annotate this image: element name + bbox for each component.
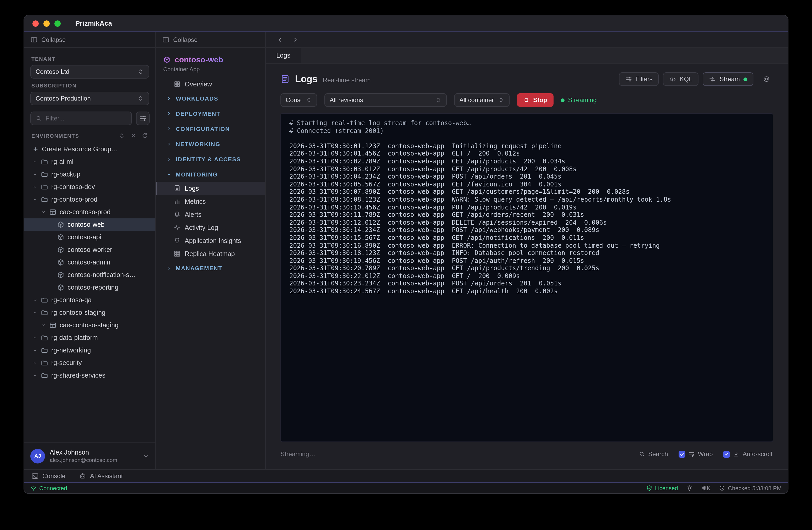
- resource-heading: contoso-web Container App: [156, 48, 265, 78]
- license-status: Licensed: [646, 485, 678, 491]
- folder-icon: [41, 196, 48, 203]
- resource-nav: WORKLOADSDEPLOYMENTCONFIGURATIONNETWORKI…: [156, 90, 265, 276]
- section-monitoring[interactable]: MONITORING: [156, 167, 265, 182]
- close-window-button[interactable]: [32, 20, 39, 26]
- refresh-environments-button[interactable]: [142, 132, 148, 139]
- log-console[interactable]: # Starting real-time log stream for cont…: [280, 113, 773, 442]
- tree-item-rg-shared-services[interactable]: rg-shared-services: [24, 369, 155, 382]
- command-palette-shortcut[interactable]: ⌘K: [701, 485, 711, 491]
- filter-row: [30, 112, 149, 125]
- nav-item-metrics[interactable]: Metrics: [156, 195, 265, 208]
- source-select[interactable]: Console: [280, 93, 317, 107]
- tree-item-label: contoso-worker: [68, 246, 112, 253]
- tree-item-rg-networking[interactable]: rg-networking: [24, 344, 155, 357]
- section-deployment[interactable]: DEPLOYMENT: [156, 106, 265, 121]
- chevron-down-icon: [32, 172, 38, 177]
- section-configuration[interactable]: CONFIGURATION: [156, 121, 265, 136]
- wrap-toggle[interactable]: Wrap: [679, 450, 713, 458]
- refresh-icon: [142, 132, 148, 139]
- filters-button[interactable]: Filters: [619, 72, 659, 86]
- ai-assistant-button[interactable]: AI Assistant: [79, 472, 123, 480]
- sliders-icon: [625, 76, 632, 83]
- tab-logs[interactable]: Logs: [266, 48, 301, 64]
- log-line: 2026-03-31T09:30:07.890Z contoso-web-app…: [289, 188, 764, 196]
- section-management[interactable]: MANAGEMENT: [156, 260, 265, 276]
- container-app-icon: [163, 56, 171, 63]
- settings-button[interactable]: [760, 72, 773, 86]
- search-logs-button[interactable]: Search: [639, 450, 668, 458]
- chevron-down-icon: [32, 197, 38, 202]
- connected-label: Connected: [39, 485, 67, 491]
- nav-item-application-insights[interactable]: Application Insights: [156, 234, 265, 247]
- tenant-value: Contoso Ltd: [35, 68, 133, 75]
- tree-item-contoso-worker[interactable]: contoso-worker: [24, 243, 155, 256]
- log-line: 2026-03-31T09:30:08.123Z contoso-web-app…: [289, 196, 764, 204]
- tenant-select[interactable]: Contoso Ltd: [30, 65, 149, 79]
- tree-item-rg-contoso-staging[interactable]: rg-contoso-staging: [24, 306, 155, 319]
- section-identity-access[interactable]: IDENTITY & ACCESS: [156, 151, 265, 167]
- wrap-checkbox[interactable]: [679, 451, 685, 458]
- tree-item-rg-ai-ml[interactable]: rg-ai-ml: [24, 155, 155, 168]
- containers-select[interactable]: All containers: [454, 93, 510, 107]
- tree-item-contoso-reporting[interactable]: contoso-reporting: [24, 281, 155, 294]
- tree-item-create-resource-group[interactable]: Create Resource Group…: [24, 143, 155, 155]
- tree-item-cae-contoso-staging[interactable]: cae-contoso-staging: [24, 319, 155, 332]
- tree-item-rg-contoso-qa[interactable]: rg-contoso-qa: [24, 294, 155, 306]
- stream-icon: [709, 76, 716, 83]
- tree-item-contoso-web[interactable]: contoso-web: [24, 219, 155, 231]
- user-menu[interactable]: AJ Alex Johnson alex.johnson@contoso.com: [24, 442, 155, 469]
- section-networking[interactable]: NETWORKING: [156, 136, 265, 151]
- log-line: 2026-03-31T09:30:16.890Z contoso-web-app…: [289, 242, 764, 249]
- zoom-window-button[interactable]: [54, 20, 61, 26]
- autoscroll-toggle[interactable]: Auto-scroll: [723, 450, 772, 458]
- environments-header: ENVIRONMENTS: [30, 132, 149, 139]
- stream-active-dot: [743, 77, 747, 81]
- log-line: 2026-03-31T09:30:14.234Z contoso-web-app…: [289, 226, 764, 234]
- clear-selection-button[interactable]: [130, 132, 136, 139]
- tree-item-contoso-notification-s[interactable]: contoso-notification-s…: [24, 269, 155, 281]
- forward-button[interactable]: [292, 36, 299, 43]
- minimize-window-button[interactable]: [43, 20, 50, 26]
- nav-item-logs[interactable]: Logs: [156, 182, 265, 195]
- chevron-right-icon: [166, 156, 172, 162]
- nav-item-overview[interactable]: Overview: [156, 78, 265, 90]
- section-label: NETWORKING: [176, 141, 220, 147]
- autoscroll-checkbox[interactable]: [723, 451, 730, 458]
- tree-item-rg-data-platform[interactable]: rg-data-platform: [24, 332, 155, 344]
- theme-toggle[interactable]: [686, 485, 693, 491]
- tree-item-label: contoso-admin: [68, 259, 111, 266]
- section-workloads[interactable]: WORKLOADS: [156, 90, 265, 106]
- kql-button[interactable]: KQL: [663, 72, 699, 86]
- subscription-select[interactable]: Contoso Production: [30, 92, 149, 105]
- filter-options-button[interactable]: [136, 112, 150, 125]
- stop-button[interactable]: Stop: [517, 93, 553, 107]
- chevron-right-icon: [166, 265, 172, 270]
- tree-item-rg-backup[interactable]: rg-backup: [24, 168, 155, 181]
- back-button[interactable]: [276, 36, 284, 43]
- revisions-select[interactable]: All revisions: [324, 93, 447, 107]
- console-button[interactable]: Console: [31, 472, 66, 480]
- tree-item-label: Create Resource Group…: [42, 145, 118, 153]
- tree-item-label: cae-contoso-staging: [60, 322, 118, 329]
- nav-item-activity-log[interactable]: Activity Log: [156, 221, 265, 234]
- chevron-down-icon: [32, 310, 38, 315]
- collapse-all-button[interactable]: [119, 132, 125, 139]
- search-icon: [35, 115, 42, 122]
- tree-item-rg-contoso-dev[interactable]: rg-contoso-dev: [24, 181, 155, 193]
- log-line: 2026-03-31T09:30:01.123Z contoso-web-app…: [289, 142, 764, 150]
- tree-item-cae-contoso-prod[interactable]: cae-contoso-prod: [24, 206, 155, 219]
- environment-tree: Create Resource Group…rg-ai-mlrg-backupr…: [24, 143, 155, 382]
- nav-item-alerts[interactable]: Alerts: [156, 208, 265, 221]
- tree-item-rg-security[interactable]: rg-security: [24, 357, 155, 369]
- collapse-sidebar-button[interactable]: Collapse: [30, 36, 66, 43]
- tree-item-rg-contoso-prod[interactable]: rg-contoso-prod: [24, 193, 155, 206]
- log-comment-line: # Starting real-time log stream for cont…: [289, 120, 764, 127]
- collapse-resource-panel-button[interactable]: Collapse: [162, 36, 198, 43]
- filter-input[interactable]: [45, 115, 127, 122]
- nav-item-replica-heatmap[interactable]: Replica Heatmap: [156, 247, 265, 260]
- tree-item-contoso-admin[interactable]: contoso-admin: [24, 256, 155, 269]
- tree-item-contoso-api[interactable]: contoso-api: [24, 231, 155, 243]
- folder-icon: [41, 334, 48, 341]
- log-toolbar: Console All revisions All containers Sto…: [266, 92, 788, 107]
- stream-button[interactable]: Stream: [703, 72, 753, 86]
